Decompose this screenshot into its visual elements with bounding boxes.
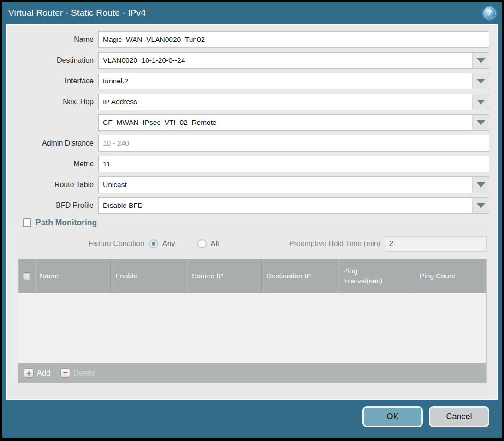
chevron-down-icon [477,79,485,83]
path-monitoring-section: Path Monitoring Failure Condition Any Al… [14,218,491,388]
dialog-footer: OK Cancel [2,400,502,438]
failure-condition-radio-all[interactable] [197,239,207,248]
delete-button[interactable]: − Delete [60,368,95,378]
preemptive-hold-time-input[interactable] [385,236,487,252]
column-header-source-ip: Source IP [187,259,262,293]
preemptive-hold-time-label: Preemptive Hold Time (min) [289,240,385,248]
bfd-profile-input[interactable] [98,197,472,214]
ok-button[interactable]: OK [362,406,423,427]
path-monitoring-legend: Path Monitoring [19,218,101,228]
bfd-profile-label: BFD Profile [7,201,98,210]
form-row-name: Name [7,31,489,48]
path-monitoring-title: Path Monitoring [36,218,97,228]
help-icon[interactable]: ? [483,7,496,19]
title-bar: Virtual Router - Static Route - IPv4 ? [2,2,502,24]
chevron-down-icon [477,58,485,63]
failure-condition-radio-any[interactable] [149,239,158,248]
route-table-label: Route Table [7,181,98,189]
dialog-content: Name Destination Interface [6,24,498,400]
interface-label: Interface [7,77,98,85]
column-header-name: Name [35,259,111,293]
add-button[interactable]: + Add [24,368,50,378]
interface-dropdown-button[interactable] [472,73,489,89]
form-row-destination: Destination [7,52,489,69]
column-header-destination-ip: Destination IP [262,259,338,293]
delete-minus-icon: − [60,368,70,378]
chevron-down-icon [477,100,485,104]
column-header-enable: Enable [111,259,187,293]
radio-all-label: All [211,240,219,248]
radio-any-label: Any [162,240,175,248]
form-row-route-table: Route Table [7,176,489,193]
metric-label: Metric [7,160,98,168]
add-plus-icon: + [24,368,34,378]
add-button-label: Add [37,369,50,377]
name-label: Name [7,35,98,44]
form-row-interface: Interface [7,73,489,89]
path-monitoring-checkbox[interactable] [23,218,31,227]
name-input[interactable] [98,31,489,48]
destination-dropdown-button[interactable] [472,52,489,69]
chevron-down-icon [477,120,485,125]
chevron-down-icon [477,203,485,208]
column-header-ping-count: Ping Count [415,259,486,293]
destination-input[interactable] [98,52,472,69]
path-monitoring-table-header: Name Enable Source IP Destination IP Pin… [18,259,486,293]
form-row-bfd-profile: BFD Profile [7,197,489,214]
next-hop-address-input[interactable] [98,114,472,131]
next-hop-label: Next Hop [7,98,98,106]
delete-button-label: Delete [73,369,95,377]
select-all-checkbox[interactable] [23,272,30,280]
form-row-next-hop-value [7,114,489,131]
column-header-ping-interval: Ping Interval(sec) [338,259,415,293]
failure-condition-row: Failure Condition Any All Preemptive Hol… [18,236,487,252]
static-route-dialog: Virtual Router - Static Route - IPv4 ? N… [2,2,502,438]
route-table-input[interactable] [98,176,472,193]
destination-label: Destination [7,56,98,65]
cancel-button[interactable]: Cancel [429,406,489,427]
path-monitoring-table: Name Enable Source IP Destination IP Pin… [18,259,487,383]
admin-distance-label: Admin Distance [7,139,98,147]
static-route-form: Name Destination Interface [7,25,497,214]
chevron-down-icon [477,182,485,187]
next-hop-type-dropdown-button[interactable] [472,94,489,110]
admin-distance-input[interactable] [98,135,489,152]
interface-input[interactable] [98,73,472,89]
metric-input[interactable] [98,156,489,172]
route-table-dropdown-button[interactable] [472,176,489,193]
form-row-metric: Metric [7,156,489,172]
path-monitoring-table-body [18,293,486,363]
failure-condition-label: Failure Condition [18,240,149,248]
dialog-title: Virtual Router - Static Route - IPv4 [8,8,146,18]
next-hop-address-dropdown-button[interactable] [472,114,489,131]
form-row-admin-distance: Admin Distance [7,135,489,152]
next-hop-type-input[interactable] [98,94,472,110]
form-row-next-hop: Next Hop [7,94,489,110]
bfd-profile-dropdown-button[interactable] [472,197,489,214]
path-monitoring-table-toolbar: + Add − Delete [18,363,486,383]
